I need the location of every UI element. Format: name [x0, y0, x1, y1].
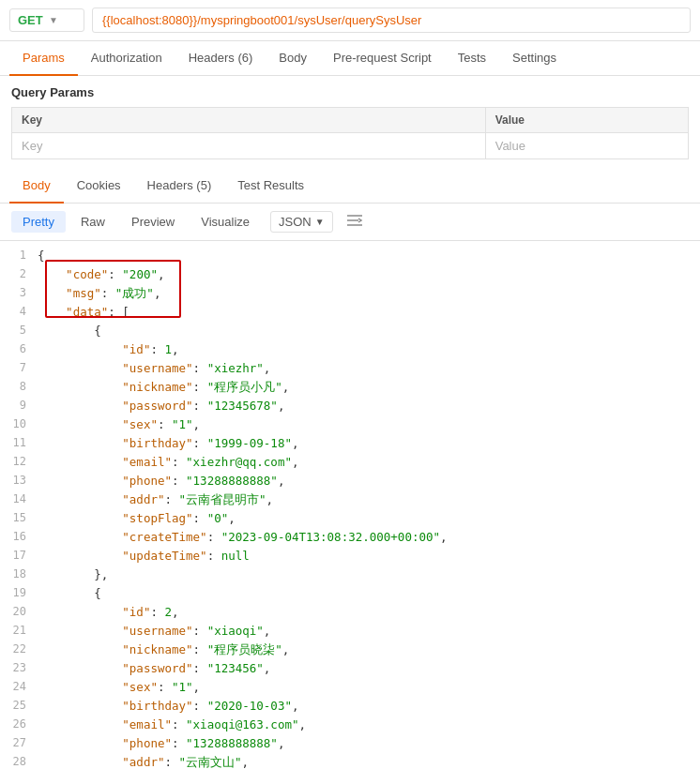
tab-headers[interactable]: Headers (6) [175, 41, 266, 76]
line-content: "createTime": "2023-09-04T13:08:32.000+0… [38, 528, 692, 547]
tab-test-results[interactable]: Test Results [224, 169, 317, 204]
raw-button[interactable]: Raw [69, 211, 116, 233]
tab-tests[interactable]: Tests [445, 41, 499, 76]
wrap-icon[interactable] [342, 212, 367, 233]
body-tabs: Body Cookies Headers (5) Test Results [0, 169, 700, 204]
line-content: "updateTime": null [38, 547, 692, 565]
line-number: 12 [8, 453, 38, 471]
line-content: "nickname": "程序员晓柒", [38, 641, 692, 659]
params-key-cell[interactable]: Key [12, 133, 486, 159]
json-line: 14 "addr": "云南省昆明市", [0, 490, 700, 509]
line-number: 16 [8, 528, 38, 546]
json-line: 10 "sex": "1", [0, 415, 700, 434]
json-line: 2 "code": "200", [0, 265, 700, 284]
line-number: 18 [8, 565, 38, 583]
line-number: 5 [8, 322, 38, 339]
line-content: "nickname": "程序员小凡", [38, 378, 692, 397]
line-content: "birthday": "2020-10-03", [38, 697, 692, 716]
json-line: 23 "password": "123456", [0, 659, 700, 678]
line-number: 1 [8, 247, 38, 264]
json-line: 26 "email": "xiaoqi@163.com", [0, 716, 700, 734]
line-number: 2 [8, 265, 38, 283]
line-number: 9 [8, 397, 38, 415]
line-number: 21 [8, 622, 38, 640]
json-line: 27 "phone": "13288888888", [0, 734, 700, 753]
json-line: 6 "id": 1, [0, 340, 700, 359]
line-content: "password": "12345678", [38, 397, 692, 415]
line-number: 7 [8, 359, 38, 377]
tab-headers-response[interactable]: Headers (5) [134, 169, 225, 204]
json-line: 3 "msg": "成功", [0, 284, 700, 303]
line-content: "birthday": "1999-09-18", [38, 434, 692, 453]
col-header-key: Key [12, 108, 486, 133]
line-content: "sex": "1", [38, 415, 692, 434]
json-line: 8 "nickname": "程序员小凡", [0, 378, 700, 397]
line-number: 25 [8, 697, 38, 715]
json-line: 28 "addr": "云南文山", [0, 753, 700, 769]
line-number: 8 [8, 378, 38, 396]
url-bar: GET ▼ [0, 0, 700, 41]
json-line: 20 "id": 2, [0, 603, 700, 622]
tab-authorization[interactable]: Authorization [78, 41, 175, 76]
line-content: "code": "200", [38, 265, 692, 284]
method-dropdown[interactable]: GET ▼ [9, 8, 84, 32]
tab-pre-request-script[interactable]: Pre-request Script [320, 41, 445, 76]
line-content: "username": "xiaoqi", [38, 622, 692, 641]
json-line: 19 { [0, 584, 700, 603]
line-content: "addr": "云南省昆明市", [38, 490, 692, 509]
line-number: 26 [8, 716, 38, 733]
tab-settings[interactable]: Settings [499, 41, 570, 76]
params-value-cell[interactable]: Value [485, 133, 688, 159]
method-chevron-icon: ▼ [49, 15, 76, 25]
query-params-title: Query Params [11, 85, 689, 99]
json-line: 25 "birthday": "2020-10-03", [0, 697, 700, 716]
json-line: 1{ [0, 247, 700, 265]
tab-params[interactable]: Params [9, 41, 78, 76]
col-header-value: Value [485, 108, 688, 133]
line-number: 15 [8, 509, 38, 527]
query-params-section: Query Params Key Value Key Value [0, 76, 700, 159]
json-line: 17 "updateTime": null [0, 547, 700, 565]
line-content: "addr": "云南文山", [38, 753, 692, 769]
body-toolbar: Pretty Raw Preview Visualize JSON ▼ [0, 204, 700, 241]
line-content: "phone": "13288888888", [38, 734, 692, 753]
line-number: 10 [8, 415, 38, 433]
json-line: 24 "sex": "1", [0, 678, 700, 697]
line-content: "id": 1, [38, 340, 692, 359]
line-content: { [38, 247, 692, 265]
json-line: 9 "password": "12345678", [0, 397, 700, 415]
line-number: 11 [8, 434, 38, 452]
json-line: 13 "phone": "13288888888", [0, 472, 700, 490]
json-line: 18 }, [0, 565, 700, 584]
tab-body-request[interactable]: Body [266, 41, 320, 76]
line-number: 19 [8, 584, 38, 602]
pretty-button[interactable]: Pretty [11, 211, 66, 233]
url-input[interactable] [92, 8, 691, 33]
line-content: "password": "123456", [38, 659, 692, 678]
line-content: "email": "xiezhr@qq.com", [38, 453, 692, 472]
line-number: 24 [8, 678, 38, 696]
line-number: 22 [8, 641, 38, 658]
json-line: 22 "nickname": "程序员晓柒", [0, 641, 700, 659]
line-number: 23 [8, 659, 38, 677]
json-content: 1{2 "code": "200",3 "msg": "成功",4 "data"… [0, 241, 700, 769]
line-content: }, [38, 565, 692, 584]
line-content: { [38, 322, 692, 340]
tab-body-response[interactable]: Body [9, 169, 64, 204]
params-table: Key Value Key Value [11, 107, 689, 159]
json-response-body: 1{2 "code": "200",3 "msg": "成功",4 "data"… [0, 241, 700, 769]
line-content: "email": "xiaoqi@163.com", [38, 716, 692, 734]
line-number: 3 [8, 284, 38, 302]
format-select[interactable]: JSON ▼ [270, 211, 333, 233]
preview-button[interactable]: Preview [120, 211, 186, 233]
line-content: "id": 2, [38, 603, 692, 622]
json-line: 15 "stopFlag": "0", [0, 509, 700, 528]
visualize-button[interactable]: Visualize [190, 211, 261, 233]
line-content: "stopFlag": "0", [38, 509, 692, 528]
format-chevron-icon: ▼ [315, 217, 325, 227]
json-line: 16 "createTime": "2023-09-04T13:08:32.00… [0, 528, 700, 547]
json-line: 21 "username": "xiaoqi", [0, 622, 700, 641]
tab-cookies[interactable]: Cookies [64, 169, 134, 204]
json-line: 4 "data": [ [0, 303, 700, 322]
line-number: 17 [8, 547, 38, 565]
